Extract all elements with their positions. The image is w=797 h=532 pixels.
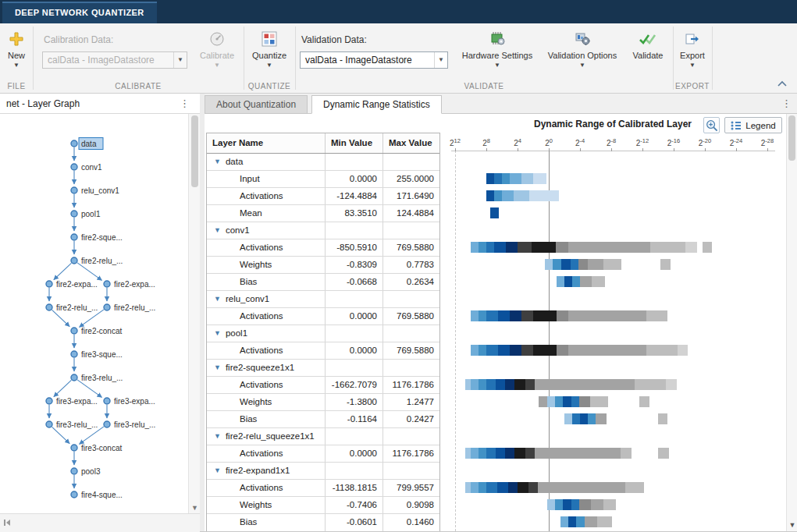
layer-node-label[interactable]: conv1 bbox=[81, 163, 102, 172]
layer-node-label[interactable]: fire3-expa... bbox=[114, 397, 155, 406]
layer-node[interactable] bbox=[71, 164, 77, 170]
layer-node[interactable] bbox=[71, 328, 77, 334]
layer-node-label[interactable]: fire3-sque... bbox=[81, 350, 123, 359]
layer-node[interactable] bbox=[71, 257, 77, 264]
chart-vertical-scrollbar[interactable]: ▼ bbox=[786, 114, 797, 531]
table-row[interactable]: Activations0.0000769.5880 bbox=[207, 308, 439, 325]
scroll-down-arrow[interactable]: ▼ bbox=[189, 504, 201, 512]
layer-node[interactable] bbox=[71, 468, 77, 474]
tab-about-quantization[interactable]: About Quantization bbox=[205, 95, 308, 114]
scroll-down-arrow[interactable]: ▼ bbox=[787, 521, 797, 529]
layer-node[interactable] bbox=[71, 351, 77, 357]
layer-node[interactable] bbox=[46, 281, 52, 287]
validate-button[interactable]: Validate bbox=[627, 27, 669, 76]
table-row[interactable]: Activations0.0000769.5880 bbox=[207, 342, 439, 360]
table-row[interactable]: Bias-0.11640.2427 bbox=[207, 411, 439, 428]
column-header-layer-name[interactable]: Layer Name bbox=[207, 133, 326, 153]
layer-node-label[interactable]: fire3-relu_... bbox=[56, 420, 98, 429]
column-header-max-value[interactable]: Max Value bbox=[383, 133, 439, 153]
table-row[interactable]: Weights-1.38001.2477 bbox=[207, 394, 439, 411]
table-row-layer-group[interactable]: ▼fire2-relu_squeeze1x1 bbox=[207, 428, 439, 445]
layer-graph-vertical-scrollbar[interactable]: ▼ bbox=[188, 114, 200, 513]
table-row-layer-group[interactable]: ▼fire2-squeeze1x1 bbox=[207, 360, 439, 377]
table-row[interactable]: Weights-0.74060.9098 bbox=[207, 497, 439, 514]
collapse-triangle-icon[interactable]: ▼ bbox=[214, 325, 221, 342]
collapse-triangle-icon[interactable]: ▼ bbox=[214, 360, 221, 376]
table-row[interactable]: Activations-1662.70791176.1786 bbox=[207, 377, 439, 394]
column-header-min-value[interactable]: Min Value bbox=[326, 133, 383, 153]
collapse-triangle-icon[interactable]: ▼ bbox=[214, 463, 221, 479]
validation-data-combobox[interactable]: valData - ImageDatastore ▼ bbox=[300, 51, 448, 69]
collapse-triangle-icon[interactable]: ▼ bbox=[214, 222, 221, 239]
layer-node[interactable] bbox=[46, 304, 52, 310]
layer-node[interactable] bbox=[71, 491, 77, 498]
section-label-validate: VALIDATE bbox=[295, 82, 673, 90]
layer-node[interactable] bbox=[71, 234, 77, 240]
layer-node[interactable] bbox=[46, 398, 52, 404]
layer-node-label[interactable]: fire3-expa... bbox=[56, 397, 98, 406]
table-row-layer-group[interactable]: ▼data bbox=[207, 154, 439, 171]
layer-node[interactable] bbox=[71, 211, 77, 217]
table-row[interactable]: Activations0.00001176.1786 bbox=[207, 445, 439, 463]
scrollbar-thumb[interactable] bbox=[788, 115, 795, 161]
hardware-settings-button[interactable]: Hardware Settings ▼ bbox=[461, 27, 534, 76]
tab-dynamic-range-statistics[interactable]: Dynamic Range Statistics bbox=[311, 95, 442, 114]
layer-node-label[interactable]: fire2-relu_... bbox=[56, 303, 98, 312]
layer-node[interactable] bbox=[71, 140, 77, 147]
layer-node[interactable] bbox=[71, 374, 77, 381]
layer-node-label[interactable]: pool1 bbox=[81, 210, 101, 218]
tabbar-menu-icon[interactable]: ⋮ bbox=[781, 98, 791, 109]
layer-node-label[interactable]: fire2-expa... bbox=[56, 280, 98, 289]
table-row[interactable]: Bias-0.06680.2634 bbox=[207, 274, 439, 291]
export-button[interactable]: Export ▼ bbox=[675, 27, 710, 76]
layer-node-label[interactable]: fire3-relu_... bbox=[114, 420, 155, 429]
layer-node-label[interactable]: fire2-expa... bbox=[114, 280, 155, 289]
layer-node[interactable] bbox=[104, 421, 110, 427]
validation-options-button[interactable]: Validation Options ▼ bbox=[543, 27, 621, 76]
table-row-layer-group[interactable]: ▼pool1 bbox=[207, 325, 439, 342]
range-bar-segment bbox=[592, 276, 605, 287]
table-row[interactable]: Mean83.3510124.4884 bbox=[207, 205, 439, 222]
collapse-triangle-icon[interactable]: ▼ bbox=[214, 428, 221, 445]
layer-node-label[interactable]: data bbox=[81, 140, 97, 148]
layer-node-label[interactable]: fire2-sque... bbox=[81, 233, 123, 242]
range-bar-segment bbox=[555, 396, 563, 407]
table-row[interactable]: Activations-124.4884171.6490 bbox=[207, 188, 439, 205]
table-row[interactable]: Input0.0000255.0000 bbox=[207, 171, 439, 188]
layer-graph-horizontal-scrollbar[interactable] bbox=[0, 513, 200, 532]
scrollbar-thumb[interactable] bbox=[191, 115, 198, 187]
table-row-layer-group[interactable]: ▼conv1 bbox=[207, 222, 439, 239]
layer-node-label[interactable]: fire4-sque... bbox=[81, 491, 123, 499]
layer-node-label[interactable]: relu_conv1 bbox=[81, 186, 119, 195]
layer-node-label[interactable]: fire2-relu_... bbox=[81, 257, 123, 265]
collapse-toolbar-icon[interactable] bbox=[777, 79, 789, 88]
table-row[interactable]: Activations-1138.1815799.9557 bbox=[207, 480, 439, 497]
scroll-to-start-icon[interactable] bbox=[2, 518, 12, 530]
table-row[interactable]: Weights-0.83090.7783 bbox=[207, 257, 439, 274]
layer-node-label[interactable]: fire3-relu_... bbox=[81, 374, 123, 382]
layer-node[interactable] bbox=[104, 398, 110, 404]
calibration-data-combobox[interactable]: calData - ImageDatastore ▼ bbox=[42, 51, 187, 69]
table-row-layer-group[interactable]: ▼fire2-expand1x1 bbox=[207, 463, 439, 480]
layer-node[interactable] bbox=[104, 304, 110, 310]
table-row-layer-group[interactable]: ▼relu_conv1 bbox=[207, 291, 439, 308]
layer-node-label[interactable]: fire3-concat bbox=[81, 444, 122, 452]
table-row[interactable]: Bias-0.06010.1460 bbox=[207, 514, 439, 531]
range-bar-segment bbox=[486, 448, 496, 459]
new-button[interactable]: New ▼ bbox=[2, 27, 31, 76]
layer-node[interactable] bbox=[104, 281, 110, 287]
app-tab-deep-network-quantizer[interactable]: DEEP NETWORK QUANTIZER bbox=[2, 2, 157, 23]
layer-node-label[interactable]: fire2-relu_... bbox=[114, 303, 155, 312]
collapse-triangle-icon[interactable]: ▼ bbox=[214, 291, 221, 307]
quantize-button[interactable]: Quantize ▼ bbox=[246, 27, 293, 76]
layer-node-label[interactable]: fire2-concat bbox=[81, 327, 122, 335]
layer-node[interactable] bbox=[71, 187, 77, 193]
layer-node[interactable] bbox=[46, 421, 52, 427]
collapse-triangle-icon[interactable]: ▼ bbox=[214, 154, 221, 170]
panel-menu-icon[interactable]: ⋮ bbox=[180, 98, 189, 109]
layer-graph-canvas[interactable]: dataconv1relu_conv1pool1fire2-sque...fir… bbox=[0, 114, 200, 513]
calibrate-button[interactable]: Calibrate ▼ bbox=[195, 27, 239, 76]
layer-node-label[interactable]: pool3 bbox=[81, 467, 101, 476]
table-row[interactable]: Activations-850.5910769.5880 bbox=[207, 239, 439, 257]
layer-node[interactable] bbox=[71, 445, 77, 451]
